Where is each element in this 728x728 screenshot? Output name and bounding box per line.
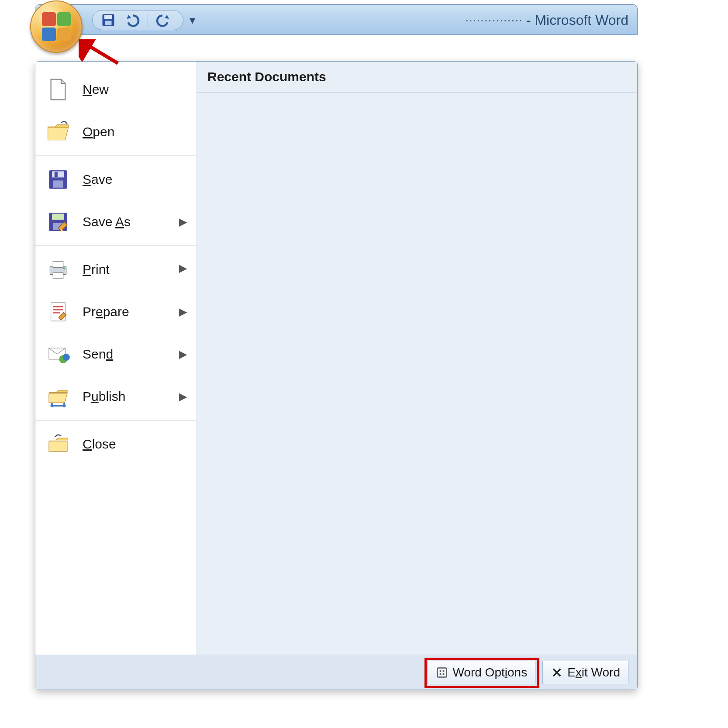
new-document-icon: [45, 76, 71, 103]
recent-documents-panel: Recent Documents: [197, 62, 637, 655]
menu-item-save[interactable]: Save: [35, 155, 197, 200]
svg-rect-2: [105, 21, 112, 26]
quick-access-toolbar: ▾: [92, 9, 195, 31]
qat-save-button[interactable]: [100, 12, 116, 28]
save-icon: [100, 12, 116, 28]
menu-item-publish[interactable]: Publish ▶: [35, 375, 197, 417]
prepare-icon: [45, 299, 71, 325]
annotation-arrow-icon: [79, 39, 131, 70]
submenu-arrow-icon: ▶: [179, 262, 187, 274]
qat-redo-button[interactable]: [156, 12, 172, 28]
submenu-arrow-icon: ▶: [179, 306, 187, 318]
svg-line-3: [85, 44, 118, 63]
svg-point-20: [63, 404, 66, 407]
save-disk-icon: [45, 166, 71, 193]
svg-rect-9: [52, 214, 64, 220]
svg-rect-6: [53, 180, 63, 187]
print-icon: [45, 256, 71, 283]
close-folder-icon: [45, 431, 71, 457]
window-title: ··············· - Microsoft Word: [465, 5, 628, 35]
menu-item-label: Save As: [83, 214, 131, 229]
menu-item-send[interactable]: Send ▶: [35, 333, 197, 375]
menu-item-print[interactable]: Print ▶: [35, 245, 197, 290]
menu-item-label: Open: [83, 124, 114, 139]
office-menu-commands: New Open Save Save As ▶ Print: [35, 62, 197, 655]
svg-rect-1: [104, 15, 112, 19]
menu-item-label: Print: [83, 262, 110, 277]
office-logo-icon: [42, 12, 71, 41]
menu-item-open[interactable]: Open: [35, 110, 197, 153]
svg-point-25: [443, 673, 445, 675]
menu-item-save-as[interactable]: Save As ▶: [35, 200, 197, 243]
menu-item-label: Send: [83, 347, 113, 362]
submenu-arrow-icon: ▶: [179, 390, 187, 403]
svg-point-14: [63, 267, 66, 269]
word-options-button[interactable]: Word Options: [428, 661, 535, 684]
svg-rect-5: [52, 171, 64, 177]
svg-rect-13: [53, 273, 63, 279]
menu-item-close[interactable]: Close: [35, 420, 197, 465]
exit-word-button[interactable]: Exit Word: [542, 661, 628, 684]
options-icon: [436, 666, 448, 679]
redo-icon: [156, 12, 172, 28]
menu-item-label: Close: [83, 437, 116, 452]
menu-item-label: New: [83, 82, 109, 97]
qat-undo-button[interactable]: [124, 12, 140, 28]
menu-item-prepare[interactable]: Prepare ▶: [35, 290, 197, 333]
document-name-obscured: ···············: [465, 13, 523, 27]
menu-item-label: Publish: [83, 389, 125, 404]
svg-rect-12: [53, 261, 63, 267]
svg-point-19: [51, 404, 54, 407]
svg-point-23: [443, 670, 445, 672]
svg-rect-7: [55, 172, 58, 177]
menu-item-label: Save: [83, 172, 112, 187]
office-menu-footer: Word Options Exit Word: [35, 655, 637, 690]
close-x-icon: [551, 666, 563, 679]
submenu-arrow-icon: ▶: [179, 348, 187, 360]
menu-item-new[interactable]: New: [35, 69, 197, 110]
qat-customize-dropdown[interactable]: ▾: [190, 14, 195, 27]
office-menu: New Open Save Save As ▶ Print: [35, 61, 638, 690]
recent-documents-header: Recent Documents: [197, 62, 637, 93]
office-button[interactable]: [30, 0, 83, 53]
save-as-icon: [45, 209, 71, 235]
app-name: - Microsoft Word: [526, 12, 628, 28]
svg-point-24: [440, 673, 442, 675]
open-folder-icon: [45, 119, 71, 145]
svg-rect-21: [438, 668, 447, 677]
button-label: Word Options: [452, 666, 527, 680]
menu-item-label: Prepare: [83, 304, 129, 319]
svg-point-18: [63, 354, 70, 361]
title-bar: ▾ ··············· - Microsoft Word: [35, 4, 638, 35]
svg-point-22: [440, 670, 442, 672]
send-icon: [45, 341, 71, 367]
submenu-arrow-icon: ▶: [179, 216, 187, 228]
undo-icon: [124, 12, 140, 28]
button-label: Exit Word: [567, 666, 620, 680]
publish-icon: [45, 383, 71, 410]
